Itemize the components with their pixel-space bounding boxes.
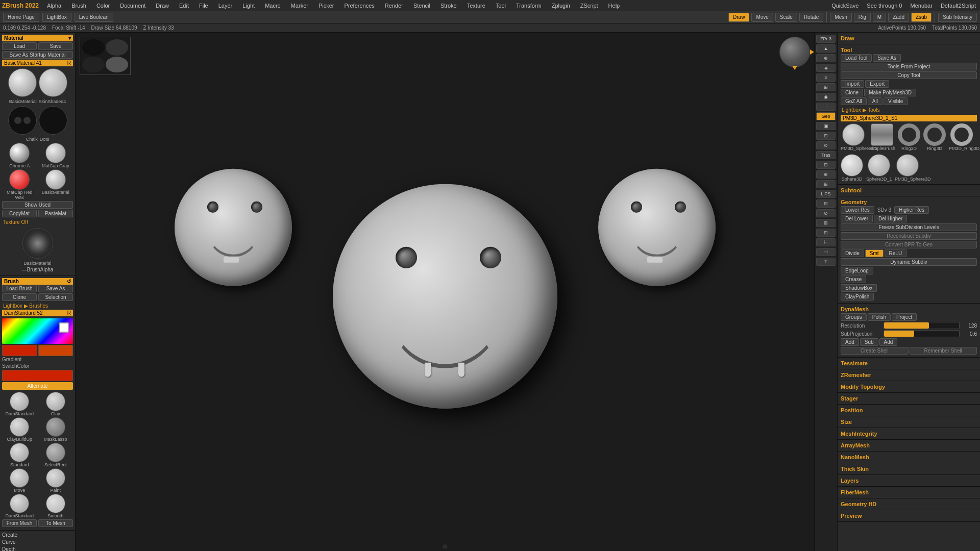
tool-section-title[interactable]: Tool [841, 46, 977, 54]
ztool-btn-18[interactable]: ⊟ [816, 199, 836, 208]
remember-shell-btn[interactable]: Remember Shell [910, 347, 977, 355]
lightbox-tools-btn[interactable]: Lightbox ▶ Tools [841, 106, 977, 114]
higher-res-btn[interactable]: Higher Res [894, 206, 929, 214]
move-mode-btn[interactable]: Move [751, 13, 773, 22]
del-higher-btn[interactable]: Del Higher [874, 215, 907, 222]
m-btn[interactable]: M [873, 13, 886, 22]
ztool-btn-21[interactable]: ⊡ [816, 229, 836, 237]
menu-transform[interactable]: Transform [514, 3, 544, 9]
selectrect-item[interactable]: SelectRect [38, 443, 74, 467]
pm3d-sphere3-item[interactable]: PM3D_Sphere3D [895, 154, 920, 182]
menu-zplugin[interactable]: Zplugin [550, 3, 572, 9]
active-material-sphere[interactable] [8, 68, 37, 97]
import-btn[interactable]: Import [841, 80, 864, 88]
ztool-btn-7[interactable]: ◉ [816, 93, 836, 101]
skinshaded-sphere[interactable] [39, 68, 67, 97]
fibermesh-title[interactable]: FiberMesh [841, 488, 977, 496]
dynmesh-title[interactable]: DynaMesh [841, 305, 977, 313]
brush-list-depth[interactable]: Depth [1, 546, 74, 551]
preview-title[interactable]: Preview [841, 512, 977, 520]
save-as-brush-btn[interactable]: Save As [38, 285, 73, 292]
live-boolean-btn[interactable]: Live Boolean [75, 13, 113, 22]
subtool-title[interactable]: Subtool [841, 186, 977, 194]
draw-section-title[interactable]: Draw [841, 34, 977, 42]
clay-sphere[interactable] [39, 106, 67, 135]
freeze-subdiv-btn[interactable]: Freeze SubDivision Levels [841, 223, 977, 231]
menu-macro[interactable]: Macro [263, 3, 283, 9]
resolution-slider[interactable] [884, 322, 960, 329]
create-shell-btn[interactable]: Create Shell [841, 347, 909, 355]
material-save-btn[interactable]: Save [38, 42, 73, 50]
claypolish-btn[interactable]: ClayPolish [841, 293, 874, 300]
load-brush-btn[interactable]: Load Brush [2, 285, 37, 292]
divide-btn[interactable]: Divide [841, 249, 864, 257]
brush-list-curve[interactable]: Curve [1, 539, 74, 545]
color-gradient[interactable] [2, 318, 73, 344]
modify-topology-title[interactable]: Modify Topology [841, 383, 977, 391]
sphere3d-1-item[interactable]: Sphere3D_1 [866, 154, 892, 182]
rig-btn[interactable]: Rig [854, 13, 871, 22]
zsub-btn[interactable]: Zsub [911, 13, 932, 22]
geometry-title[interactable]: Geometry [841, 198, 977, 206]
basic-material-item[interactable]: BasicMaterial [38, 169, 74, 200]
copymat-btn[interactable]: CopyMat [2, 210, 37, 217]
position-title[interactable]: Position [841, 406, 977, 414]
del-lower-btn[interactable]: Del Lower [841, 215, 873, 222]
menu-edit[interactable]: Edit [177, 3, 191, 9]
alternate-btn[interactable]: Alternate [2, 382, 73, 390]
tools-from-project-btn[interactable]: Tools From Project [841, 63, 977, 70]
save-startup-material-btn[interactable]: Save As Startup Material [2, 51, 73, 59]
ztool-btn-20[interactable]: ⊠ [816, 219, 836, 227]
layers-title[interactable]: Layers [841, 477, 977, 485]
texture-off-label[interactable]: Texture Off [2, 218, 73, 226]
ztool-btn-14[interactable]: ⊟ [816, 161, 836, 169]
damstandard-item[interactable]: DamStandard [2, 392, 37, 416]
goz-btn[interactable]: GoZ All [841, 97, 867, 105]
menu-help[interactable]: Help [606, 3, 622, 9]
convert-bpr-btn[interactable]: Convert BPR To Geo [841, 241, 977, 248]
lower-res-btn[interactable]: Lower Res [841, 206, 874, 214]
menu-draw[interactable]: Draw [154, 3, 171, 9]
ring3d-item[interactable]: Ring3D [898, 123, 920, 151]
ztool-btn-12[interactable]: ⊙ [816, 141, 836, 149]
ztool-btn-1[interactable]: ZPr 3 [816, 35, 836, 43]
standard-brush-item[interactable]: Standard [2, 443, 37, 467]
draw-mode-btn[interactable]: Draw [728, 13, 749, 22]
ztool-btn-11[interactable]: ⊡ [816, 132, 836, 140]
ztool-btn-10[interactable]: ▣ [816, 122, 836, 130]
reconstruct-subdiv-btn[interactable]: Reconstruct Subdiv [841, 232, 977, 240]
brush-expand-icon[interactable]: ↺ [67, 279, 71, 284]
simplebrush-item[interactable]: SimpleBrush [869, 123, 895, 151]
ztool-btn-19[interactable]: ⊙ [816, 209, 836, 217]
secondary-color-swatch[interactable] [38, 345, 74, 356]
sphere3d-item[interactable]: Sphere3D [841, 154, 863, 182]
menu-picker[interactable]: Picker [316, 3, 336, 9]
see-through-btn[interactable]: See through 0 [865, 3, 904, 9]
ztool-btn-23[interactable]: ⊣ [816, 248, 836, 256]
menu-zscript[interactable]: ZScript [578, 3, 600, 9]
from-mesh-btn[interactable]: From Mesh [2, 519, 37, 527]
add-btn[interactable]: Add [841, 338, 859, 346]
clone-tool-btn[interactable]: Clone [841, 89, 863, 96]
rotate-mode-btn[interactable]: Rotate [799, 13, 823, 22]
meshintegrity-title[interactable]: MeshIntegrity [841, 430, 977, 438]
size-title[interactable]: Size [841, 418, 977, 426]
clay-brush-item[interactable]: Clay [38, 392, 74, 416]
project-btn[interactable]: Project [892, 313, 917, 321]
home-page-btn[interactable]: Home Page [3, 13, 39, 22]
sub-intensity-btn[interactable]: Sub Intensity [938, 13, 977, 22]
lightbox-btn[interactable]: LightBox [42, 13, 71, 22]
ztool-btn-13[interactable]: Tras [816, 151, 836, 159]
switch-color-btn[interactable] [2, 370, 73, 381]
lightbox-brushes-btn[interactable]: Lightbox ▶ Brushes [2, 302, 73, 310]
to-mesh-btn[interactable]: To Mesh [38, 519, 73, 527]
add2-btn[interactable]: Add [879, 338, 898, 346]
menu-stencil[interactable]: Stencil [411, 3, 432, 9]
damstandard2-item[interactable]: DamStandard [2, 494, 37, 518]
show-used-btn[interactable]: Show Used [2, 201, 73, 209]
stager-title[interactable]: Stager [841, 394, 977, 403]
ztool-btn-17[interactable]: LiPS [816, 190, 836, 198]
canvas-area[interactable]: ◎ [76, 33, 814, 551]
menu-tool[interactable]: Tool [494, 3, 508, 9]
nanomesh-title[interactable]: NanoMesh [841, 453, 977, 461]
